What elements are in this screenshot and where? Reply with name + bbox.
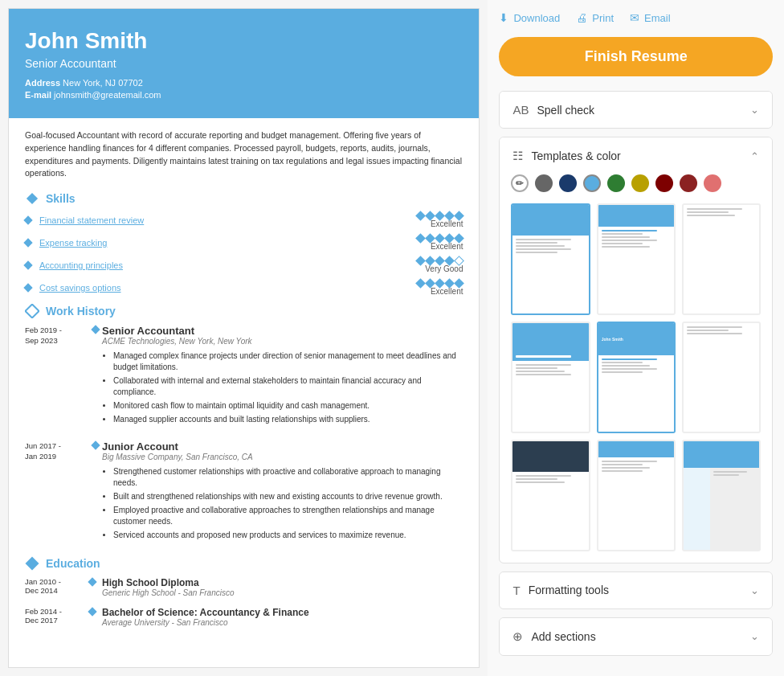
work-bullets: Strengthened customer relationships with… bbox=[102, 466, 463, 541]
summary-text: Goal-focused Accountant with record of a… bbox=[25, 129, 463, 180]
formatting-icon: T bbox=[512, 584, 520, 597]
education-icon bbox=[25, 556, 39, 571]
education-entry: Jan 2010 -Dec 2014 High School Diploma G… bbox=[25, 577, 463, 597]
work-bullet: Strengthened customer relationships with… bbox=[113, 466, 463, 489]
work-bullet: Serviced accounts and proposed new produ… bbox=[113, 530, 463, 541]
skill-bullet bbox=[23, 283, 32, 292]
work-bullet: Monitored cash flow to maintain optimal … bbox=[113, 400, 463, 412]
resume-name: John Smith bbox=[25, 28, 463, 54]
color-swatch[interactable] bbox=[583, 174, 601, 192]
formatting-tools-accordion: T Formatting tools ⌄ bbox=[499, 572, 773, 609]
template-8[interactable] bbox=[597, 440, 676, 551]
color-swatch[interactable] bbox=[607, 174, 625, 192]
edu-date: Jan 2010 -Dec 2014 bbox=[25, 577, 89, 597]
color-swatch[interactable] bbox=[655, 174, 673, 192]
spell-check-header[interactable]: AB Spell check ⌄ bbox=[500, 92, 772, 128]
work-title: Senior Accountant bbox=[102, 325, 463, 337]
right-panel: ⬇ Download 🖨 Print ✉ Email Finish Resume… bbox=[488, 0, 784, 676]
finish-resume-button[interactable]: Finish Resume bbox=[499, 37, 773, 76]
work-diamond bbox=[91, 325, 100, 334]
add-sections-accordion: ⊕ Add sections ⌄ bbox=[499, 617, 773, 656]
print-icon: 🖨 bbox=[576, 11, 587, 24]
color-swatch[interactable]: ✏ bbox=[511, 174, 529, 192]
skill-bullet bbox=[23, 238, 32, 247]
color-swatch[interactable] bbox=[680, 174, 697, 192]
work-content: Senior Accountant ACME Technologies, New… bbox=[102, 325, 463, 428]
color-swatch[interactable] bbox=[559, 174, 577, 192]
action-buttons: ⬇ Download 🖨 Print ✉ Email bbox=[499, 11, 773, 24]
template-7[interactable] bbox=[511, 440, 590, 551]
resume-header: John Smith Senior Accountant Address New… bbox=[9, 9, 479, 118]
templates-chevron: ⌃ bbox=[750, 150, 759, 162]
email-icon: ✉ bbox=[630, 11, 639, 24]
formatting-tools-header[interactable]: T Formatting tools ⌄ bbox=[500, 572, 772, 608]
template-2[interactable] bbox=[597, 203, 676, 315]
skills-icon bbox=[25, 191, 39, 206]
work-date: Feb 2019 -Sep 2023 bbox=[25, 325, 89, 428]
work-icon bbox=[25, 304, 39, 318]
skill-bullet bbox=[23, 215, 32, 224]
templates-accordion: ☷ Templates & color ⌃ ✏ bbox=[499, 137, 773, 563]
template-3[interactable] bbox=[682, 203, 761, 315]
work-bullet: Managed complex finance projects under d… bbox=[113, 350, 463, 373]
template-5[interactable]: John Smith bbox=[597, 322, 676, 433]
work-diamond bbox=[91, 440, 100, 449]
skill-bullet bbox=[23, 260, 32, 269]
skills-list: Financial statement review Excellent Exp… bbox=[25, 212, 463, 296]
svg-rect-0 bbox=[27, 193, 38, 204]
education-list: Jan 2010 -Dec 2014 High School Diploma G… bbox=[25, 577, 463, 627]
add-sections-icon: ⊕ bbox=[512, 629, 523, 644]
color-swatch[interactable] bbox=[704, 174, 721, 192]
template-grid: John Smith bbox=[511, 203, 761, 551]
email-button[interactable]: ✉ Email bbox=[630, 11, 671, 24]
templates-header[interactable]: ☷ Templates & color ⌃ bbox=[500, 137, 772, 174]
work-list: Feb 2019 -Sep 2023 Senior Accountant ACM… bbox=[25, 325, 463, 543]
templates-icon: ☷ bbox=[512, 149, 523, 163]
template-4[interactable] bbox=[511, 322, 590, 433]
download-button[interactable]: ⬇ Download bbox=[499, 11, 560, 24]
spell-check-icon: AB bbox=[512, 103, 529, 117]
templates-content: ✏ bbox=[500, 174, 772, 563]
education-section-title: Education bbox=[25, 556, 463, 571]
work-bullet: Managed supplier accounts and built last… bbox=[113, 414, 463, 425]
add-sections-chevron: ⌄ bbox=[750, 630, 759, 642]
color-swatch[interactable] bbox=[535, 174, 553, 192]
skills-section-title: Skills bbox=[25, 191, 463, 206]
edu-degree: High School Diploma bbox=[102, 577, 463, 588]
template-9[interactable] bbox=[682, 440, 761, 551]
resume-address: Address New York, NJ 07702 bbox=[25, 78, 463, 88]
add-sections-header[interactable]: ⊕ Add sections ⌄ bbox=[500, 618, 772, 655]
resume-title: Senior Accountant bbox=[25, 57, 463, 70]
edu-school: Average University - San Francisco bbox=[102, 618, 463, 627]
print-button[interactable]: 🖨 Print bbox=[576, 11, 614, 24]
skill-item: Cost savings options Excellent bbox=[25, 280, 463, 296]
svg-rect-2 bbox=[26, 557, 39, 571]
edu-date: Feb 2014 -Dec 2017 bbox=[25, 607, 89, 627]
skill-name: Accounting principles bbox=[39, 260, 417, 270]
work-content: Junior Account Big Massive Company, San … bbox=[102, 440, 463, 543]
spell-check-accordion: AB Spell check ⌄ bbox=[499, 91, 773, 129]
edu-diamond bbox=[88, 577, 96, 586]
skill-item: Financial statement review Excellent bbox=[25, 212, 463, 228]
work-bullet: Built and strengthened relationships wit… bbox=[113, 491, 463, 502]
template-1[interactable] bbox=[511, 203, 590, 315]
work-bullet: Employed proactive and collaborative app… bbox=[113, 505, 463, 527]
skill-item: Expense tracking Excellent bbox=[25, 235, 463, 251]
education-entry: Feb 2014 -Dec 2017 Bachelor of Science: … bbox=[25, 607, 463, 627]
edu-degree: Bachelor of Science: Accountancy & Finan… bbox=[102, 607, 463, 618]
skill-rating: Very Good bbox=[417, 257, 463, 273]
work-bullets: Managed complex finance projects under d… bbox=[102, 350, 463, 425]
skill-name: Financial statement review bbox=[39, 215, 417, 225]
edu-school: Generic High School - San Francisco bbox=[102, 588, 463, 597]
edu-content: High School Diploma Generic High School … bbox=[102, 577, 463, 597]
template-6[interactable] bbox=[682, 322, 761, 433]
work-entry: Feb 2019 -Sep 2023 Senior Accountant ACM… bbox=[25, 325, 463, 428]
work-company: ACME Technologies, New York, New York bbox=[102, 337, 463, 346]
svg-rect-1 bbox=[26, 305, 39, 318]
color-swatch[interactable] bbox=[631, 174, 649, 192]
skill-name: Expense tracking bbox=[39, 238, 417, 248]
color-palette: ✏ bbox=[511, 174, 761, 192]
skill-rating: Excellent bbox=[417, 235, 463, 251]
edu-diamond bbox=[88, 607, 96, 616]
work-title: Junior Account bbox=[102, 440, 463, 453]
